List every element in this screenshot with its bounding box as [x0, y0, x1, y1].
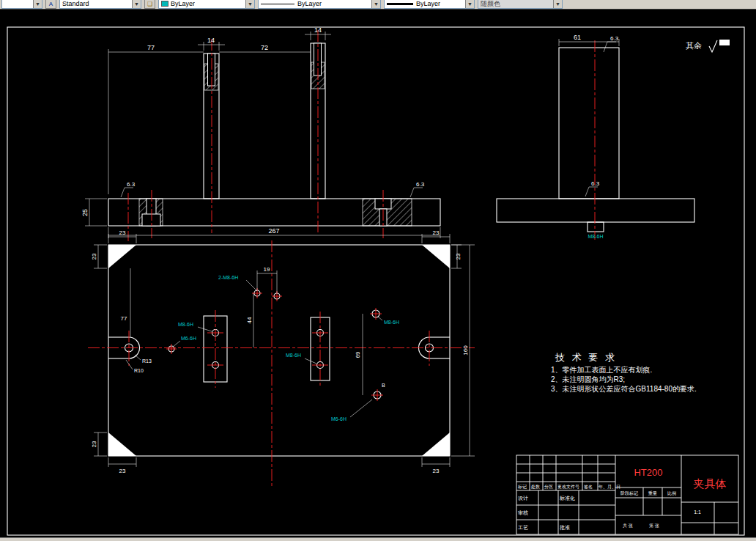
tb-role: 批准 [560, 525, 570, 531]
post-side [559, 48, 619, 199]
tb-role: 标准化 [559, 496, 575, 501]
dim-label: 23 [119, 468, 126, 474]
thread-label: 2-M8-6H [218, 275, 238, 280]
tapped-hole-right-post [314, 43, 322, 76]
dim-23-bl-v: 23 [91, 433, 107, 456]
linetype-control-dropdown[interactable]: ByLayer ▼ [258, 0, 381, 9]
linetype-value: ByLayer [297, 0, 322, 7]
thread-label: M6-6H [331, 416, 346, 422]
dim-label: 160 [462, 345, 469, 356]
linetype-preview [261, 4, 294, 4]
text-style-value: Standard [62, 0, 89, 7]
dim-label: 14 [314, 26, 322, 34]
dim-label: 25 [81, 209, 89, 216]
corner-chamfer [108, 245, 136, 268]
dim-label: 23 [119, 229, 126, 236]
dim-77-plan: 77 [121, 268, 130, 337]
label-m6-bottom: M6-6H [331, 400, 372, 422]
command-line-strip[interactable] [0, 537, 756, 541]
tb-header: 阶段标记 [620, 490, 638, 496]
surface-note-text: 其余 [686, 41, 702, 50]
side-view: 61 6.3 6.3 M8-6H [497, 34, 694, 240]
roughness-check-icon [709, 40, 717, 52]
dim-23-left-v: 23 [91, 245, 107, 268]
dim-label: 23 [433, 468, 440, 474]
color-control-dropdown[interactable]: ByLayer ▼ [158, 0, 255, 9]
dim-25: 25 [81, 199, 107, 226]
thread-label: M8-6H [286, 353, 301, 358]
tech-requirements: 技 术 要 求 1、零件加工表面上不应有划痕. 2、未注明圆角均为R3; 3、未… [551, 352, 697, 393]
sheet-border [7, 27, 744, 535]
tb-header: 处数 [530, 484, 540, 490]
tb-role: 设计 [518, 496, 528, 501]
plotstyle-value: 随颜色 [481, 0, 500, 9]
corner-chamfer [422, 245, 450, 268]
dim-69: 69 [355, 314, 363, 395]
radius-label: R10 [134, 368, 144, 373]
dim-14-left: 14 [198, 37, 225, 51]
plotstyle-control-dropdown[interactable]: 随颜色 ▼ [478, 0, 563, 9]
dim-23-tl: 23 [108, 229, 136, 243]
partial-dropdown[interactable]: ▼ [1, 0, 42, 9]
dim-160: 160 [451, 245, 475, 456]
tb-header: 签名 [584, 485, 593, 490]
dropdown-arrow-icon: ▼ [33, 0, 42, 8]
text-style-icon[interactable]: A [45, 0, 56, 9]
dim-77: 77 [108, 44, 204, 194]
tb-sheet: 共 张 [623, 523, 633, 529]
dim-label: 61 [574, 34, 581, 41]
part-name-label: 夹具体 [694, 477, 727, 490]
dropdown-arrow-icon: ▼ [245, 0, 254, 8]
base-side [497, 199, 694, 222]
dim-label: 69 [355, 351, 361, 358]
lineweight-preview [387, 3, 413, 5]
dim-44: 44 [246, 293, 253, 347]
color-value: ByLayer [171, 0, 195, 7]
point-b-label: B [382, 383, 385, 388]
tapped-hole-left-post [208, 54, 215, 86]
dropdown-arrow-icon: ▼ [371, 0, 380, 8]
label-2m8: 2-M8-6H [218, 275, 257, 291]
general-roughness-note: 其余 [686, 40, 730, 52]
dim-label: 77 [147, 44, 155, 51]
label-m8-hole: M8-6H [378, 317, 399, 325]
tb-header: 标记 [517, 484, 527, 490]
dropdown-arrow-icon: ▼ [132, 0, 141, 8]
tech-req-item: 2、未注明圆角均为R3; [551, 375, 625, 383]
dim-label: 14 [207, 37, 215, 44]
dropdown-arrow-icon: ▼ [465, 0, 474, 8]
finish-mark-right: 6.3 [410, 181, 425, 197]
label-m8-rightslot: M8-6H [286, 353, 316, 364]
tb-header: 比例 [667, 491, 676, 496]
title-block: 标记 处数 分区 更改文件号 签名 年、月、日 设计 标准化 审核 工艺 批准 … [516, 455, 738, 534]
dim-label: 23 [91, 441, 97, 447]
boss-side [588, 222, 604, 232]
cad-drawing: 其余 77 72 [0, 10, 756, 537]
text-style-dropdown[interactable]: Standard ▼ [59, 0, 141, 9]
dim-267: 267 [108, 227, 440, 238]
drawing-canvas[interactable]: 其余 77 72 [0, 10, 756, 537]
dim-label: 23 [455, 253, 462, 260]
finish-label: 6.3 [610, 35, 619, 42]
plan-view: 23 23 23 23 23 23 23 [88, 229, 475, 486]
tb-header: 分区 [544, 484, 553, 489]
dim-23-right-v: 23 [451, 245, 462, 268]
tech-req-title: 技 术 要 求 [555, 352, 617, 363]
dim-label: 23 [91, 253, 97, 260]
finish-label: 6.3 [416, 181, 425, 188]
properties-toolbar: ▼ A Standard ▼ ❏ ByLayer ▼ ByLayer ▼ ByL… [0, 0, 756, 10]
finish-label: 6.3 [127, 181, 136, 188]
tb-sheet: 第 张 [649, 523, 659, 529]
thread-label: M8-6H [384, 320, 399, 325]
thread-label: M8-6H [178, 322, 193, 327]
dim-23-bl: 23 [108, 457, 136, 474]
dim-23-br: 23 [422, 457, 450, 474]
lineweight-value: ByLayer [416, 0, 440, 7]
label-m8-leftslot: M8-6H [178, 322, 212, 331]
lineweight-control-dropdown[interactable]: ByLayer ▼ [384, 0, 475, 9]
layers-icon[interactable]: ❏ [144, 0, 155, 9]
label-r10: R10 [126, 360, 144, 373]
tb-header: 重量 [648, 490, 657, 496]
dim-23-tr: 23 [422, 229, 450, 243]
tb-role: 工艺 [518, 525, 528, 530]
